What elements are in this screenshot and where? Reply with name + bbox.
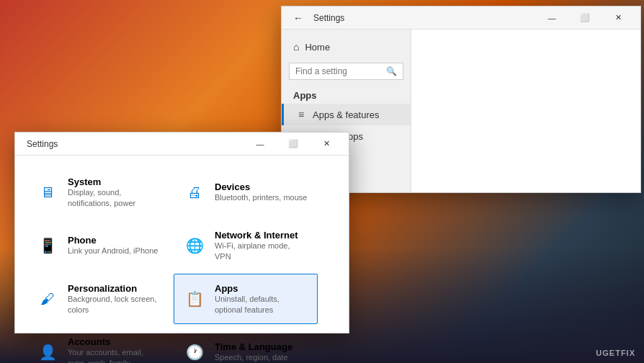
apps-features-icon: ≡ bbox=[295, 109, 307, 120]
settings-tiles-grid: 🖥 System Display, sound, notifications, … bbox=[15, 156, 349, 333]
search-box[interactable]: 🔍 bbox=[289, 63, 403, 80]
tile-icon-network: 🌐 bbox=[183, 234, 206, 257]
apps-panel-bg bbox=[411, 30, 640, 192]
nav-section-label: Apps bbox=[282, 84, 411, 104]
tile-apps[interactable]: 📋 Apps Uninstall, defaults, optional fea… bbox=[174, 274, 318, 324]
search-input[interactable] bbox=[295, 66, 386, 76]
tile-time[interactable]: 🕐 Time & Language Speech, region, date bbox=[174, 327, 318, 363]
back-button[interactable]: ← bbox=[287, 12, 309, 24]
minimize-button[interactable]: — bbox=[535, 6, 568, 30]
nav-home[interactable]: ⌂ Home bbox=[282, 35, 411, 58]
tile-desc-personalization: Background, lock screen, colors bbox=[68, 294, 161, 315]
titlebar-title: Settings bbox=[313, 13, 535, 23]
tile-desc-time: Speech, region, date bbox=[215, 352, 292, 362]
tile-text-devices: Devices Bluetooth, printers, mouse bbox=[215, 182, 307, 202]
tile-title-apps: Apps bbox=[215, 283, 308, 294]
close-button[interactable]: ✕ bbox=[601, 6, 635, 30]
fg-close-button[interactable]: ✕ bbox=[310, 133, 343, 156]
tile-system[interactable]: 🖥 System Display, sound, notifications, … bbox=[27, 167, 171, 218]
fg-minimize-button[interactable]: — bbox=[243, 133, 277, 156]
titlebar-fg-title: Settings bbox=[27, 139, 243, 149]
tile-text-system: System Display, sound, notifications, po… bbox=[68, 176, 161, 208]
tile-text-personalization: Personalization Background, lock screen,… bbox=[68, 283, 161, 315]
tile-title-time: Time & Language bbox=[215, 341, 292, 352]
tile-desc-system: Display, sound, notifications, power bbox=[68, 187, 161, 208]
tile-text-phone: Phone Link your Android, iPhone bbox=[68, 235, 158, 256]
tile-accounts[interactable]: 👤 Accounts Your accounts, email, sync, w… bbox=[27, 327, 171, 363]
tile-title-personalization: Personalization bbox=[68, 283, 161, 294]
home-icon: ⌂ bbox=[293, 41, 299, 53]
tile-desc-apps: Uninstall, defaults, optional features bbox=[215, 294, 308, 315]
nav-item-apps-features[interactable]: ≡ Apps & features bbox=[282, 104, 411, 125]
tile-icon-personalization: 🖌 bbox=[36, 287, 59, 310]
tile-icon-phone: 📱 bbox=[36, 234, 59, 257]
nav-item-apps-features-label: Apps & features bbox=[313, 109, 380, 120]
tile-personalization[interactable]: 🖌 Personalization Background, lock scree… bbox=[27, 274, 171, 324]
tile-text-apps: Apps Uninstall, defaults, optional featu… bbox=[215, 283, 308, 315]
tile-title-network: Network & Internet bbox=[215, 230, 308, 241]
tile-desc-devices: Bluetooth, printers, mouse bbox=[215, 192, 307, 202]
search-icon: 🔍 bbox=[386, 66, 397, 76]
titlebar-fg-controls: — ⬜ ✕ bbox=[243, 133, 343, 156]
tile-icon-accounts: 👤 bbox=[36, 341, 59, 363]
tile-desc-accounts: Your accounts, email, sync, work, family bbox=[68, 347, 161, 363]
titlebar-bg: ← Settings — ⬜ ✕ bbox=[282, 6, 640, 30]
tile-title-system: System bbox=[68, 176, 161, 187]
tile-phone[interactable]: 📱 Phone Link your Android, iPhone bbox=[27, 220, 171, 271]
tile-network[interactable]: 🌐 Network & Internet Wi-Fi, airplane mod… bbox=[174, 220, 318, 271]
tile-icon-apps: 📋 bbox=[183, 287, 206, 310]
tile-title-phone: Phone bbox=[68, 235, 158, 246]
tile-desc-network: Wi-Fi, airplane mode, VPN bbox=[215, 241, 308, 261]
tile-text-network: Network & Internet Wi-Fi, airplane mode,… bbox=[215, 230, 308, 261]
fg-maximize-button[interactable]: ⬜ bbox=[277, 133, 310, 156]
tile-icon-devices: 🖨 bbox=[183, 181, 206, 204]
settings-window-home: Settings — ⬜ ✕ 🖥 System Display, sound, … bbox=[14, 132, 349, 333]
titlebar-controls: — ⬜ ✕ bbox=[535, 6, 635, 30]
tile-devices[interactable]: 🖨 Devices Bluetooth, printers, mouse bbox=[174, 167, 318, 218]
titlebar-fg: Settings — ⬜ ✕ bbox=[15, 133, 349, 156]
tile-text-time: Time & Language Speech, region, date bbox=[215, 341, 292, 362]
maximize-button[interactable]: ⬜ bbox=[568, 6, 601, 30]
tile-icon-system: 🖥 bbox=[36, 181, 59, 204]
nav-home-label: Home bbox=[305, 42, 330, 53]
tile-desc-phone: Link your Android, iPhone bbox=[68, 246, 158, 256]
tile-text-accounts: Accounts Your accounts, email, sync, wor… bbox=[68, 336, 161, 363]
tile-icon-time: 🕐 bbox=[183, 341, 206, 363]
tile-title-devices: Devices bbox=[215, 182, 307, 192]
tile-title-accounts: Accounts bbox=[68, 336, 161, 347]
watermark: UGETFIX bbox=[596, 349, 635, 357]
